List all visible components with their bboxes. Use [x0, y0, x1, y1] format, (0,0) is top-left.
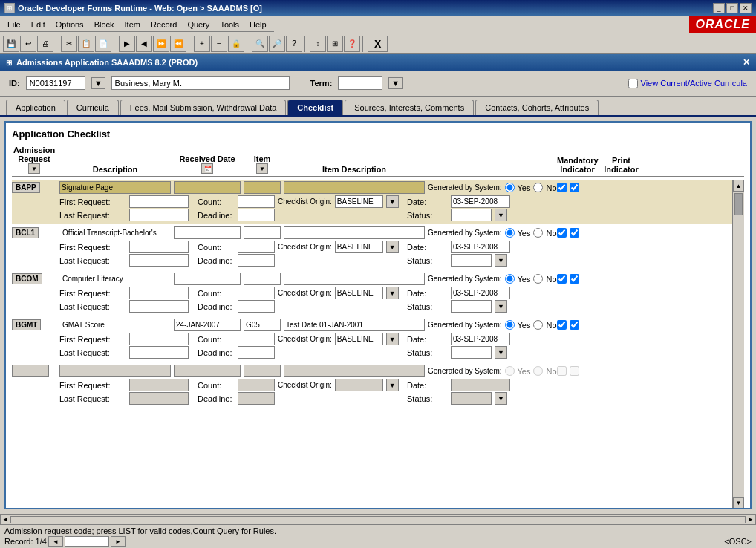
empty-status-dropdown[interactable]: ▼: [495, 392, 507, 405]
bapp-count-input[interactable]: [238, 195, 275, 208]
empty-description-input[interactable]: [59, 365, 171, 377]
term-dropdown-button[interactable]: ▼: [388, 77, 403, 89]
bgmt-origin-dropdown[interactable]: ▼: [386, 333, 399, 345]
bcom-print-checkbox[interactable]: [570, 274, 579, 284]
bcl1-item-input[interactable]: [244, 226, 281, 239]
toolbar-btn-2[interactable]: ↩: [20, 36, 36, 52]
menu-edit[interactable]: Edit: [27, 19, 50, 30]
bgmt-item-input[interactable]: [244, 319, 281, 331]
bgmt-first-request-input[interactable]: [129, 333, 189, 345]
bapp-origin-dropdown[interactable]: ▼: [386, 195, 399, 208]
toolbar-btn-help[interactable]: ❓: [344, 36, 360, 52]
bapp-gen-yes-radio[interactable]: [505, 183, 515, 192]
bgmt-deadline-input[interactable]: [238, 346, 275, 359]
bcl1-gen-no-radio[interactable]: [533, 228, 543, 238]
bgmt-gen-no-radio[interactable]: [533, 320, 543, 330]
bcl1-gen-yes-radio[interactable]: [505, 228, 515, 238]
received-date-calendar-button[interactable]: 📅: [201, 163, 213, 174]
empty-code-input[interactable]: [12, 365, 49, 377]
bcom-origin-input[interactable]: [335, 287, 383, 299]
bcl1-first-request-input[interactable]: [129, 241, 189, 253]
bapp-item-input[interactable]: [244, 181, 281, 194]
bcom-date-input[interactable]: [451, 287, 510, 299]
toolbar-btn-copy[interactable]: 📋: [78, 36, 94, 52]
bcl1-print-checkbox[interactable]: [570, 228, 579, 238]
bcom-origin-dropdown[interactable]: ▼: [386, 287, 399, 299]
id-dropdown-button[interactable]: ▼: [91, 77, 105, 89]
toolbar-btn-insert[interactable]: +: [194, 36, 210, 52]
bapp-last-request-input[interactable]: [129, 209, 189, 221]
menu-tools[interactable]: Tools: [215, 19, 244, 30]
bcom-deadline-input[interactable]: [238, 300, 275, 313]
bapp-print-checkbox[interactable]: [570, 183, 579, 192]
bcom-count-input[interactable]: [238, 287, 275, 299]
bgmt-mandatory-checkbox[interactable]: [557, 320, 567, 330]
empty-mandatory-checkbox[interactable]: [557, 366, 567, 376]
toolbar-btn-6[interactable]: ◀: [136, 36, 152, 52]
bapp-first-request-input[interactable]: [129, 195, 189, 208]
term-input[interactable]: [338, 76, 382, 90]
bcom-status-input[interactable]: [451, 300, 492, 313]
scroll-right-button[interactable]: ►: [746, 515, 756, 525]
bgmt-origin-input[interactable]: [335, 333, 383, 345]
toolbar-btn-move[interactable]: ↕: [310, 36, 326, 52]
bgmt-last-request-input[interactable]: [129, 346, 189, 359]
bapp-mandatory-checkbox[interactable]: [557, 183, 567, 192]
bapp-code[interactable]: BAPP: [12, 182, 40, 193]
bapp-itemdesc-input[interactable]: [284, 181, 425, 194]
minimize-button[interactable]: _: [713, 3, 725, 13]
toolbar-btn-8[interactable]: ⏪: [170, 36, 186, 52]
toolbar-btn-delete[interactable]: −: [211, 36, 227, 52]
bcom-itemdesc-input[interactable]: [284, 273, 425, 285]
menu-record[interactable]: Record: [146, 19, 181, 30]
bcl1-count-input[interactable]: [238, 241, 275, 253]
empty-origin-dropdown[interactable]: ▼: [386, 379, 399, 391]
bcom-first-request-input[interactable]: [129, 287, 189, 299]
bgmt-code[interactable]: BGMT: [12, 319, 41, 330]
bapp-gen-no-radio[interactable]: [533, 183, 543, 192]
bapp-origin-input[interactable]: [335, 195, 383, 208]
toolbar-btn-find[interactable]: 🔎: [269, 36, 285, 52]
bgmt-status-dropdown[interactable]: ▼: [495, 346, 507, 359]
bapp-description-input[interactable]: [59, 181, 171, 194]
empty-last-request-input[interactable]: [129, 392, 189, 405]
bcl1-itemdesc-input[interactable]: [284, 226, 425, 239]
maximize-button[interactable]: □: [726, 3, 738, 13]
empty-received-input[interactable]: [174, 365, 241, 377]
bgmt-date-input[interactable]: [451, 333, 510, 345]
tab-curricula[interactable]: Curricula: [67, 100, 119, 115]
name-input[interactable]: [111, 76, 290, 90]
bcom-status-dropdown[interactable]: ▼: [495, 300, 507, 313]
bcl1-deadline-input[interactable]: [238, 254, 275, 267]
bgmt-print-checkbox[interactable]: [570, 320, 579, 330]
bcl1-code[interactable]: BCL1: [12, 227, 39, 238]
scroll-down-button[interactable]: ▼: [733, 497, 744, 509]
bapp-status-dropdown[interactable]: ▼: [495, 209, 507, 221]
nav-next-button[interactable]: ►: [111, 536, 126, 547]
bcom-item-input[interactable]: [244, 273, 281, 285]
empty-print-checkbox[interactable]: [570, 366, 579, 376]
empty-date-input[interactable]: [451, 379, 510, 391]
bcl1-last-request-input[interactable]: [129, 254, 189, 267]
toolbar-btn-query[interactable]: ?: [286, 36, 302, 52]
bcl1-status-dropdown[interactable]: ▼: [495, 254, 507, 267]
toolbar-btn-cut[interactable]: ✂: [61, 36, 77, 52]
bapp-date-input[interactable]: [451, 195, 510, 208]
id-input[interactable]: [26, 76, 85, 90]
bgmt-status-input[interactable]: [451, 346, 492, 359]
tab-checklist[interactable]: Checklist: [287, 100, 343, 115]
toolbar-btn-expand[interactable]: ⊞: [327, 36, 343, 52]
menu-block[interactable]: Block: [90, 19, 119, 30]
empty-deadline-input[interactable]: [238, 392, 275, 405]
bapp-status-input[interactable]: [451, 209, 492, 221]
tab-contacts[interactable]: Contacts, Cohorts, Attributes: [475, 100, 599, 115]
bcl1-status-input[interactable]: [451, 254, 492, 267]
menu-options[interactable]: Options: [51, 19, 88, 30]
bcom-received-input[interactable]: [174, 273, 241, 285]
bcom-gen-yes-radio[interactable]: [505, 274, 515, 284]
bcl1-origin-dropdown[interactable]: ▼: [386, 241, 399, 253]
toolbar-btn-7[interactable]: ⏩: [153, 36, 169, 52]
empty-status-input[interactable]: [451, 392, 492, 405]
toolbar-btn-search[interactable]: 🔍: [252, 36, 268, 52]
bgmt-count-input[interactable]: [238, 333, 275, 345]
